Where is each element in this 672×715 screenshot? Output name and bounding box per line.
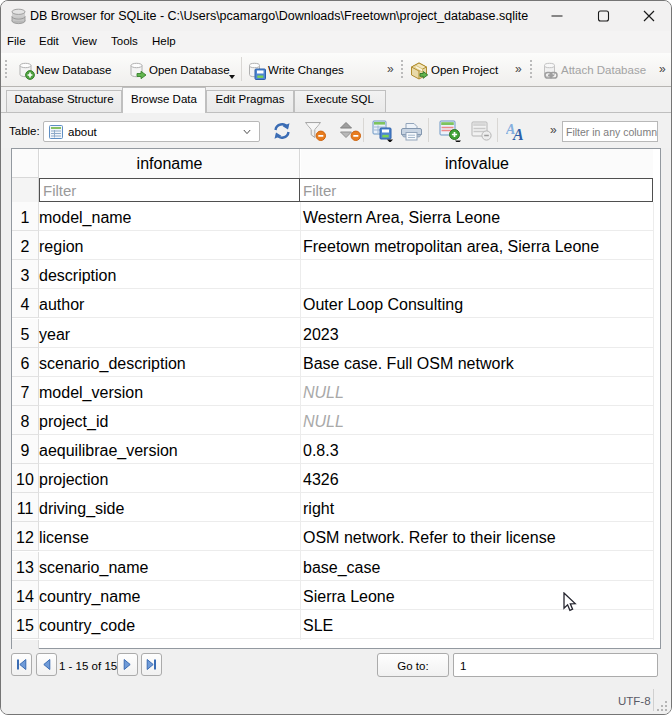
svg-text:A: A [512, 126, 524, 141]
